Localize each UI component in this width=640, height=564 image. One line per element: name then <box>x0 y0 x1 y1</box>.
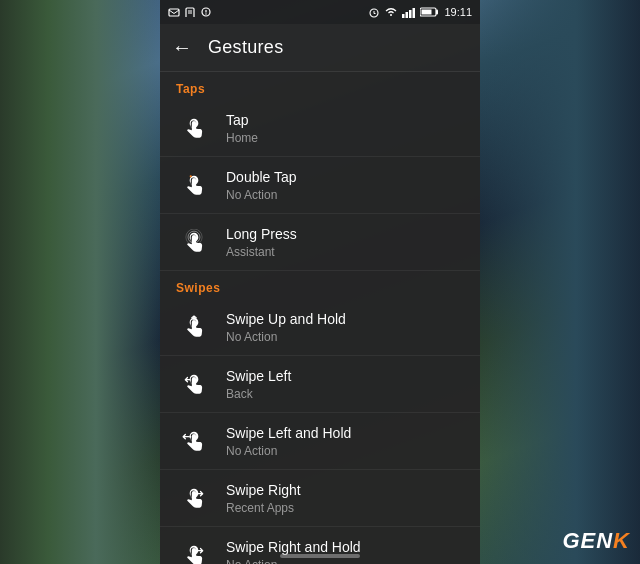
swipe-right-icon <box>176 480 212 516</box>
gesture-swipe-up-hold-text: Swipe Up and Hold No Action <box>226 310 464 344</box>
signal-icon <box>402 6 416 18</box>
scenery-right <box>480 0 640 564</box>
status-icons-right: 19:11 <box>368 6 472 18</box>
gesture-swipe-left-hold[interactable]: Swipe Left and Hold No Action <box>160 413 480 470</box>
watermark-gen: GEN <box>562 528 613 553</box>
gesture-double-tap-text: Double Tap No Action <box>226 168 464 202</box>
notif-icon-2 <box>184 7 196 17</box>
section-taps: Taps <box>160 72 480 100</box>
phone-screen: 19:11 ← Gestures Taps Tap Home <box>160 0 480 564</box>
gesture-tap[interactable]: Tap Home <box>160 100 480 157</box>
home-indicator <box>280 554 360 558</box>
status-icons-left <box>168 7 212 17</box>
svg-rect-12 <box>409 10 412 18</box>
content-area: Taps Tap Home Double Tap <box>160 72 480 564</box>
gesture-swipe-right[interactable]: Swipe Right Recent Apps <box>160 470 480 527</box>
svg-rect-13 <box>413 8 416 18</box>
watermark-k: K <box>613 528 630 553</box>
notif-icon-3 <box>200 7 212 17</box>
swipe-left-icon <box>176 366 212 402</box>
watermark: GENK <box>562 528 630 554</box>
long-press-icon <box>176 224 212 260</box>
swipe-up-hold-icon <box>176 309 212 345</box>
svg-point-20 <box>195 550 197 552</box>
svg-rect-11 <box>406 12 409 18</box>
svg-rect-0 <box>169 9 179 16</box>
gesture-swipe-left-text: Swipe Left Back <box>226 367 464 401</box>
notif-icon-1 <box>168 7 180 17</box>
svg-rect-15 <box>422 10 432 15</box>
svg-rect-10 <box>402 14 405 18</box>
wifi-icon <box>384 6 398 18</box>
gesture-long-press-text: Long Press Assistant <box>226 225 464 259</box>
toolbar: ← Gestures <box>160 24 480 72</box>
gesture-tap-text: Tap Home <box>226 111 464 145</box>
gesture-swipe-up-hold[interactable]: Swipe Up and Hold No Action <box>160 299 480 356</box>
svg-point-6 <box>205 13 206 14</box>
status-bar: 19:11 <box>160 0 480 24</box>
gesture-double-tap[interactable]: Double Tap No Action <box>160 157 480 214</box>
gesture-long-press[interactable]: Long Press Assistant <box>160 214 480 271</box>
swipe-left-hold-icon <box>176 423 212 459</box>
gesture-swipe-right-hold[interactable]: Swipe Right and Hold No Action <box>160 527 480 564</box>
back-button[interactable]: ← <box>172 36 192 59</box>
double-tap-icon <box>176 167 212 203</box>
scenery-left <box>0 0 160 564</box>
section-swipes: Swipes <box>160 271 480 299</box>
gesture-swipe-left[interactable]: Swipe Left Back <box>160 356 480 413</box>
svg-point-19 <box>189 436 191 438</box>
gesture-swipe-right-hold-text: Swipe Right and Hold No Action <box>226 538 464 564</box>
alarm-icon <box>368 6 380 18</box>
time-display: 19:11 <box>444 6 472 18</box>
swipe-right-hold-icon <box>176 537 212 564</box>
svg-point-16 <box>190 175 192 177</box>
page-title: Gestures <box>208 37 283 58</box>
gesture-swipe-right-text: Swipe Right Recent Apps <box>226 481 464 515</box>
tap-icon <box>176 110 212 146</box>
gesture-swipe-left-hold-text: Swipe Left and Hold No Action <box>226 424 464 458</box>
battery-icon <box>420 6 440 18</box>
